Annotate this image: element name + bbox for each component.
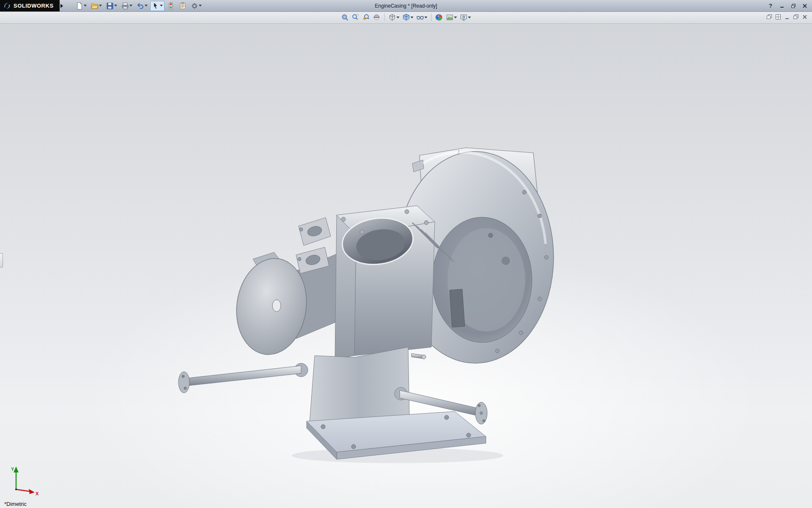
section-view-button[interactable] bbox=[372, 13, 381, 22]
previous-view-button[interactable] bbox=[362, 13, 371, 22]
help-button[interactable]: ? bbox=[766, 2, 775, 10]
solidworks-logo: SOLIDWORKS bbox=[0, 0, 60, 11]
chevron-down-icon bbox=[397, 17, 400, 19]
pedestal-stand bbox=[294, 347, 409, 422]
orientation-label: *Dimetric bbox=[4, 501, 27, 507]
title-bar: SOLIDWORKS bbox=[0, 0, 812, 12]
view-settings-icon bbox=[460, 14, 468, 21]
file-properties-icon bbox=[179, 2, 187, 10]
select-cursor-icon bbox=[152, 2, 159, 10]
pivot-pin bbox=[411, 353, 426, 359]
edit-appearance-button[interactable] bbox=[435, 13, 444, 22]
new-document-icon bbox=[76, 2, 83, 10]
close-icon bbox=[802, 3, 807, 8]
model-engine-casing[interactable] bbox=[178, 148, 554, 463]
undo-button[interactable] bbox=[135, 1, 149, 11]
chevron-down-icon bbox=[411, 17, 414, 19]
left-shaft bbox=[178, 366, 301, 393]
tile-windows-button[interactable] bbox=[775, 14, 781, 22]
cascade-windows-button[interactable] bbox=[766, 14, 772, 22]
options-gear-icon bbox=[191, 2, 198, 10]
minimize-icon bbox=[779, 3, 785, 8]
save-icon bbox=[106, 2, 114, 10]
standard-toolbar bbox=[74, 1, 203, 11]
toolbar-separator bbox=[384, 14, 385, 21]
close-document-icon bbox=[802, 14, 808, 20]
chevron-down-icon bbox=[114, 5, 117, 7]
featuremanager-splitter-tab[interactable] bbox=[0, 253, 3, 268]
print-button[interactable] bbox=[120, 1, 134, 11]
hide-show-items-button[interactable] bbox=[416, 13, 428, 22]
restore-button[interactable] bbox=[789, 2, 798, 10]
minimize-button[interactable] bbox=[777, 2, 787, 10]
chevron-down-icon bbox=[99, 5, 102, 7]
reference-triad: Y X bbox=[10, 465, 41, 497]
zoom-to-area-button[interactable] bbox=[351, 13, 360, 22]
triad-x-axis bbox=[16, 489, 30, 491]
chevron-down-icon bbox=[145, 5, 148, 7]
close-document-button[interactable] bbox=[802, 14, 808, 22]
carburetor-flanges bbox=[296, 218, 331, 273]
chevron-down-icon bbox=[160, 5, 163, 7]
undo-icon bbox=[137, 2, 144, 10]
file-properties-button[interactable] bbox=[177, 1, 188, 11]
document-window-controls bbox=[766, 14, 808, 22]
previous-view-icon bbox=[362, 14, 370, 21]
logo-notch bbox=[60, 4, 63, 8]
clutch-cover-disc bbox=[230, 252, 337, 359]
rebuild-traffic-light-icon bbox=[167, 2, 175, 10]
triad-x-label: X bbox=[36, 491, 39, 496]
zoom-to-fit-icon bbox=[341, 14, 349, 21]
select-button[interactable] bbox=[150, 1, 165, 11]
view-settings-button[interactable] bbox=[459, 13, 472, 22]
view-orientation-button[interactable] bbox=[388, 13, 401, 22]
hide-show-items-glasses-icon bbox=[417, 14, 424, 21]
display-style-button[interactable] bbox=[402, 13, 414, 22]
apply-scene-icon bbox=[446, 14, 454, 21]
triad-y-arrowhead bbox=[14, 467, 19, 472]
edit-appearance-ball-icon bbox=[436, 14, 443, 21]
options-button[interactable] bbox=[189, 1, 203, 11]
graphics-area[interactable]: Y X *Dimetric bbox=[0, 24, 812, 508]
restore-document-icon bbox=[793, 14, 799, 20]
print-icon bbox=[121, 2, 129, 10]
zoom-to-area-icon bbox=[352, 14, 359, 21]
toolbar-separator bbox=[431, 14, 432, 21]
3ds-logo-icon bbox=[3, 2, 11, 10]
minimize-document-button[interactable] bbox=[784, 14, 790, 22]
display-style-icon bbox=[403, 14, 410, 21]
save-button[interactable] bbox=[104, 1, 119, 11]
menu-bar bbox=[0, 12, 812, 24]
tile-windows-icon bbox=[775, 14, 781, 20]
zoom-to-fit-button[interactable] bbox=[340, 13, 350, 22]
brand-text: SOLIDWORKS bbox=[14, 3, 54, 9]
chevron-down-icon bbox=[199, 5, 202, 7]
apply-scene-button[interactable] bbox=[445, 13, 458, 22]
new-document-button[interactable] bbox=[74, 1, 88, 11]
chevron-down-icon bbox=[425, 17, 428, 19]
chevron-down-icon bbox=[129, 5, 132, 7]
cascade-windows-icon bbox=[766, 14, 772, 20]
chevron-down-icon bbox=[454, 17, 457, 19]
close-button[interactable] bbox=[800, 2, 809, 10]
rebuild-button[interactable] bbox=[165, 1, 176, 11]
restore-document-button[interactable] bbox=[793, 14, 799, 22]
chevron-down-icon bbox=[468, 17, 471, 19]
open-folder-icon bbox=[91, 2, 99, 10]
triad-origin bbox=[15, 489, 17, 490]
restore-icon bbox=[791, 3, 796, 8]
triad-x-arrowhead bbox=[29, 489, 35, 494]
open-button[interactable] bbox=[89, 1, 104, 11]
window-controls: ? bbox=[766, 0, 809, 11]
engine-casing-model[interactable] bbox=[0, 24, 812, 508]
view-orientation-cube-icon bbox=[389, 14, 396, 21]
triad-y-label: Y bbox=[11, 467, 14, 472]
chevron-down-icon bbox=[84, 5, 87, 7]
section-view-icon bbox=[373, 14, 381, 21]
minimize-document-icon bbox=[784, 14, 790, 20]
headsup-view-toolbar bbox=[340, 13, 472, 22]
